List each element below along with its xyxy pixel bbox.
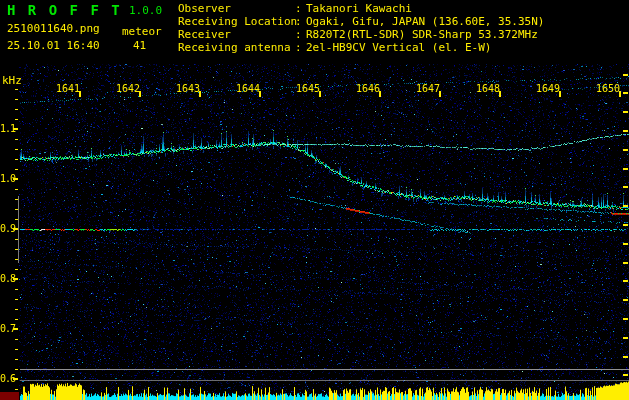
info-colon: :	[295, 41, 306, 54]
y-tick-label: 1.1	[0, 123, 14, 134]
mode-label: meteor	[122, 25, 162, 38]
x-tick-label: 1642	[113, 83, 143, 94]
info-value: 2el-HB9CV Vertical (el. E-W)	[306, 41, 491, 54]
x-tick-label: 1644	[233, 83, 263, 94]
y-tick-label: 0.7	[0, 323, 14, 334]
info-colon: :	[295, 28, 306, 41]
info-label: Receiving Location	[178, 15, 295, 28]
info-label: Observer	[178, 2, 295, 15]
info-row: Receiver:R820T2(RTL-SDR) SDR-Sharp 53.37…	[178, 28, 544, 41]
info-colon: :	[295, 15, 306, 28]
app-version: 1.0.0	[129, 4, 162, 17]
info-row: Observer:Takanori Kawachi	[178, 2, 544, 15]
info-value: Ogaki, Gifu, JAPAN (136.60E, 35.35N)	[306, 15, 544, 28]
datetime-label: 25.10.01 16:40	[7, 39, 100, 52]
info-label: Receiving antenna	[178, 41, 295, 54]
x-tick-label: 1650	[593, 83, 623, 94]
echo-count: 41	[133, 39, 146, 52]
info-colon: :	[295, 2, 306, 15]
y-tick-label: 0.8	[0, 273, 14, 284]
info-row: Receiving antenna:2el-HB9CV Vertical (el…	[178, 41, 544, 54]
x-tick-label: 1649	[533, 83, 563, 94]
info-row: Receiving Location:Ogaki, Gifu, JAPAN (1…	[178, 15, 544, 28]
app-title: H R O F F T	[7, 2, 122, 18]
y-tick-label: 1.0	[0, 173, 14, 184]
info-value: Takanori Kawachi	[306, 2, 412, 15]
info-label: Receiver	[178, 28, 295, 41]
y-tick-label: 0.6	[0, 373, 14, 384]
y-tick-label: 0.9	[0, 223, 14, 234]
y-axis-unit-label: kHz	[2, 74, 22, 87]
info-value: R820T2(RTL-SDR) SDR-Sharp 53.372MHz	[306, 28, 538, 41]
output-filename: 2510011640.png	[7, 22, 100, 35]
x-tick-label: 1643	[173, 83, 203, 94]
x-tick-label: 1645	[293, 83, 323, 94]
x-tick-label: 1647	[413, 83, 443, 94]
spectrogram-canvas	[0, 0, 629, 400]
x-tick-label: 1648	[473, 83, 503, 94]
hrofft-window: H R O F F T 1.0.0 2510011640.png meteor …	[0, 0, 629, 400]
x-tick-label: 1646	[353, 83, 383, 94]
station-info: Observer:Takanori KawachiReceiving Locat…	[178, 2, 544, 54]
x-tick-label: 1641	[53, 83, 83, 94]
